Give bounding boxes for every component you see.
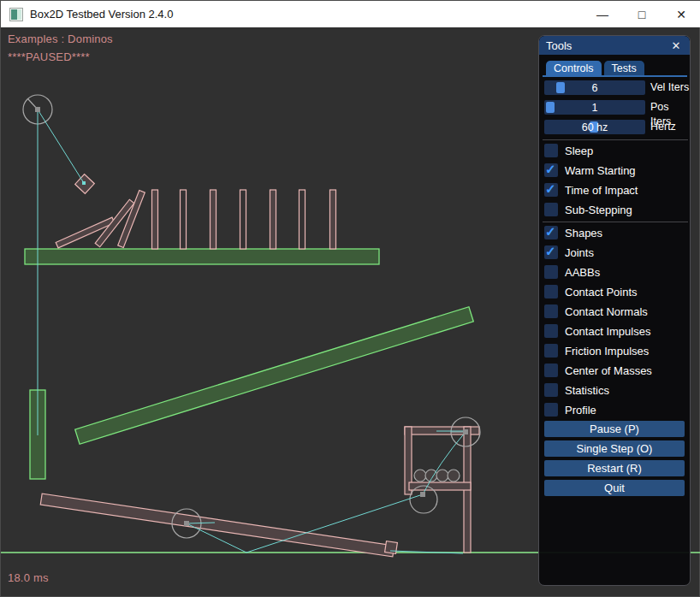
- domino-platform: [25, 249, 379, 264]
- ball: [414, 470, 426, 482]
- tab-underline: [543, 75, 687, 77]
- checkbox-row-sub-stepping[interactable]: Sub-Stepping: [544, 203, 632, 216]
- checkbox[interactable]: [544, 344, 558, 358]
- checkbox-label: Sub-Stepping: [565, 204, 632, 216]
- domino: [270, 190, 276, 249]
- minimize-button[interactable]: —: [583, 1, 622, 27]
- example-label: Examples : Dominos: [8, 33, 113, 45]
- checkbox[interactable]: [544, 144, 558, 157]
- window-titlebar: Box2D Testbed Version 2.4.0 — □ ✕: [1, 1, 700, 27]
- hertz-value: 60 hz: [544, 120, 645, 134]
- long-ramp: [75, 307, 474, 445]
- checkbox[interactable]: [544, 183, 558, 197]
- checkbox-label: Contact Normals: [565, 305, 648, 318]
- checkbox-label: Joints: [565, 246, 594, 259]
- dynamic-bodies: [40, 174, 479, 557]
- pos-iters-value: 1: [544, 100, 645, 115]
- checkbox-row-contact-points[interactable]: Contact Points: [544, 285, 638, 298]
- pause-button[interactable]: Pause (P): [544, 421, 685, 437]
- plank-end-block: [385, 541, 398, 554]
- checkbox[interactable]: [544, 163, 558, 177]
- checkbox-row-aabbs[interactable]: AABBs: [544, 265, 600, 279]
- domino: [300, 190, 306, 249]
- tools-panel-titlebar[interactable]: Tools ✕: [539, 36, 690, 55]
- checkbox-row-contact-impulses[interactable]: Contact Impulses: [544, 324, 650, 338]
- checkbox-label: Friction Impulses: [565, 345, 649, 358]
- domino: [152, 190, 158, 249]
- app-window: Examples : Dominos ****PAUSED**** 18.0 m…: [0, 0, 700, 597]
- close-button[interactable]: ✕: [661, 1, 700, 27]
- checkbox[interactable]: [544, 364, 558, 377]
- checkbox-row-sleep[interactable]: Sleep: [544, 144, 593, 157]
- vel-iters-label: Vel Iters: [650, 80, 689, 95]
- checkbox-label: AABBs: [565, 266, 600, 279]
- paused-label: ****PAUSED****: [8, 50, 90, 63]
- checkbox-label: Time of Impact: [565, 184, 638, 197]
- checkbox[interactable]: [544, 265, 558, 279]
- checkbox-row-profile[interactable]: Profile: [544, 403, 596, 417]
- domino: [181, 190, 187, 249]
- checkbox-row-friction-impulses[interactable]: Friction Impulses: [544, 344, 649, 358]
- checkbox[interactable]: [544, 245, 558, 259]
- hertz-label: Hertz: [650, 120, 676, 134]
- tools-panel: Tools ✕ Controls Tests 6 Vel Iters 1 Pos…: [538, 35, 691, 586]
- hertz-slider[interactable]: 60 hz: [544, 120, 645, 134]
- app-icon: [9, 8, 23, 21]
- domino: [240, 190, 246, 249]
- checkbox[interactable]: [544, 383, 558, 397]
- window-title: Box2D Testbed Version 2.4.0: [30, 8, 173, 21]
- checkbox-label: Statistics: [565, 384, 609, 397]
- checkbox[interactable]: [544, 285, 558, 298]
- checkbox-row-shapes[interactable]: Shapes: [544, 226, 602, 239]
- separator: [543, 222, 688, 222]
- checkbox-label: Contact Points: [565, 286, 638, 298]
- seesaw-plank: [40, 494, 394, 557]
- checkbox-row-time-of-impact[interactable]: Time of Impact: [544, 183, 638, 197]
- single-step-button[interactable]: Single Step (O): [544, 440, 685, 457]
- domino: [211, 190, 217, 249]
- checkbox[interactable]: [544, 304, 558, 318]
- checkbox-label: Sleep: [565, 145, 593, 157]
- checkbox[interactable]: [544, 324, 558, 338]
- separator: [543, 139, 688, 140]
- checkbox-row-warm-starting[interactable]: Warm Starting: [544, 163, 636, 177]
- checkbox-label: Warm Starting: [565, 164, 636, 177]
- checkbox-label: Contact Impulses: [565, 325, 650, 338]
- panel-close-icon[interactable]: ✕: [669, 39, 683, 52]
- maximize-button[interactable]: □: [622, 1, 661, 27]
- quit-button[interactable]: Quit: [544, 480, 685, 496]
- checkbox-label: Shapes: [565, 227, 602, 239]
- checkbox[interactable]: [544, 226, 558, 239]
- restart-button[interactable]: Restart (R): [544, 460, 685, 476]
- ball: [448, 470, 460, 482]
- checkbox-row-center-of-masses[interactable]: Center of Masses: [544, 364, 652, 377]
- frame-shelf-bar: [409, 482, 471, 490]
- frame-time-label: 18.0 ms: [8, 571, 49, 584]
- checkbox-row-joints[interactable]: Joints: [544, 245, 594, 259]
- checkbox-row-contact-normals[interactable]: Contact Normals: [544, 304, 648, 318]
- vel-iters-value: 6: [544, 80, 645, 95]
- pos-iters-slider[interactable]: 1: [544, 100, 645, 115]
- checkbox-label: Profile: [565, 404, 596, 417]
- domino: [330, 190, 336, 249]
- checkbox[interactable]: [544, 403, 558, 417]
- joint-anchors: [35, 107, 468, 526]
- tools-panel-title: Tools: [546, 39, 572, 52]
- ball: [436, 470, 448, 482]
- checkbox-row-statistics[interactable]: Statistics: [544, 383, 609, 397]
- checkbox-label: Center of Masses: [565, 364, 652, 377]
- vel-iters-slider[interactable]: 6: [544, 80, 645, 95]
- checkbox[interactable]: [544, 203, 558, 216]
